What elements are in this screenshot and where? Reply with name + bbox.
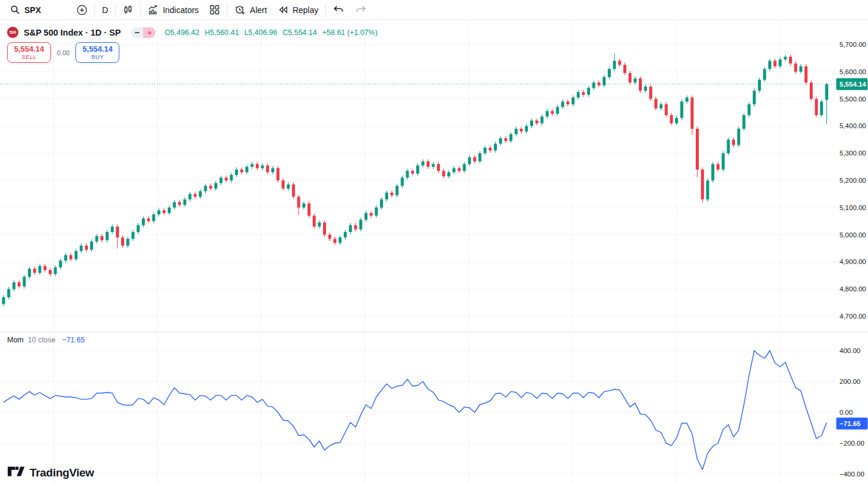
replay-button[interactable]: Replay	[273, 2, 324, 18]
ohlc-readout: O5,496.42 H5,560.41 L5,406.96 C5,554.14 …	[164, 28, 378, 37]
minimize-icon[interactable]	[131, 27, 143, 38]
sell-label: SELL	[21, 53, 36, 61]
price-axis-label: 5,000.00	[840, 231, 866, 239]
redo-button[interactable]	[350, 2, 372, 18]
high-value: H5,560.41	[205, 28, 239, 37]
plus-circle-icon	[77, 5, 87, 15]
tradingview-logo[interactable]: TradingView	[8, 465, 94, 481]
alert-button[interactable]: Alert	[229, 2, 273, 18]
toolbar-separator	[325, 4, 326, 17]
close-value: C5,554.14	[283, 28, 317, 37]
momentum-axis-label: −400.00	[840, 471, 864, 478]
toolbar-separator	[115, 4, 116, 17]
interval-button[interactable]: D	[97, 2, 113, 18]
price-axis-label: 5,300.00	[840, 150, 866, 157]
buy-price: 5,554.14	[83, 45, 113, 53]
trade-panel: 5,554.14 SELL 0.00 5,554.14 BUY	[7, 42, 119, 63]
grid-lines	[0, 20, 836, 483]
undo-arrow-icon	[333, 5, 344, 14]
tradingview-mark-icon	[8, 465, 25, 481]
symbol-info-row: 500 S&P 500 Index · 1D · SP ≈ O5,496.42 …	[7, 27, 378, 38]
market-status-toggle[interactable]: ≈	[131, 27, 156, 38]
indicators-button[interactable]: Indicators	[142, 2, 204, 18]
change-value: +58.61 (+1.07%)	[322, 28, 378, 37]
low-value: L5,406.96	[244, 28, 277, 37]
momentum-axis-label: −200.00	[840, 440, 864, 447]
toolbar-separator	[140, 4, 141, 17]
top-toolbar: SPX D Indicators	[0, 0, 868, 20]
chart-style-button[interactable]	[118, 2, 138, 18]
price-axis-label: 5,100.00	[840, 204, 866, 211]
pane-separator[interactable]	[0, 332, 868, 332]
momentum-axis-label: 400.00	[840, 347, 860, 354]
grid-layout-icon	[210, 5, 220, 15]
indicators-label: Indicators	[163, 5, 199, 15]
candlestick-series	[2, 53, 828, 306]
momentum-value-badge: −71.65	[837, 418, 868, 430]
indicator-name: Mom	[7, 336, 24, 344]
svg-text:5,554.14: 5,554.14	[840, 81, 866, 88]
price-axis[interactable]: 5,700.005,600.005,500.005,400.005,300.00…	[837, 41, 868, 478]
price-axis-label: 4,800.00	[840, 285, 866, 293]
undo-button[interactable]	[328, 2, 350, 18]
price-axis-label: 4,900.00	[840, 258, 866, 265]
alarm-clock-plus-icon	[235, 5, 246, 15]
buy-button[interactable]: 5,554.14 BUY	[75, 42, 119, 63]
price-axis-label: 5,700.00	[840, 41, 866, 48]
approx-price-icon[interactable]: ≈	[143, 27, 156, 38]
toolbar-separator	[227, 4, 227, 17]
svg-text:−71.65: −71.65	[840, 420, 861, 427]
symbol-search-button[interactable]: SPX	[5, 2, 46, 18]
indicators-icon	[148, 5, 159, 15]
sell-price: 5,554.14	[14, 45, 45, 53]
buy-label: BUY	[91, 53, 104, 61]
search-icon	[10, 5, 20, 15]
indicator-params: 10 close	[28, 336, 56, 344]
indicator-value: −71.65	[62, 336, 85, 344]
price-axis-label: 4,700.00	[840, 313, 866, 320]
redo-arrow-icon	[355, 5, 366, 14]
chart-canvas[interactable]: 5,700.005,600.005,500.005,400.005,300.00…	[0, 0, 868, 483]
replay-label: Replay	[293, 5, 319, 15]
tradingview-app: { "toolbar": { "symbol": "SPX", "interva…	[0, 0, 868, 483]
price-axis-label: 5,500.00	[840, 96, 866, 103]
toolbar-separator	[94, 4, 95, 17]
price-axis-label: 5,400.00	[840, 122, 866, 129]
spread-value: 0.00	[57, 49, 69, 56]
open-value: O5,496.42	[164, 28, 199, 37]
momentum-axis-label: 200.00	[840, 378, 860, 385]
price-axis-label: 5,600.00	[840, 68, 866, 75]
alert-label: Alert	[250, 5, 267, 15]
layout-templates-button[interactable]	[204, 2, 225, 18]
sp500-logo: 500	[7, 27, 18, 38]
last-price-badge: 5,554.14	[837, 78, 868, 90]
symbol-ticker: SPX	[24, 5, 41, 15]
indicator-legend[interactable]: Mom 10 close −71.65	[7, 336, 85, 344]
sell-button[interactable]: 5,554.14 SELL	[7, 42, 51, 63]
symbol-title[interactable]: S&P 500 Index · 1D · SP	[24, 28, 121, 37]
momentum-axis-label: 0.00	[840, 409, 853, 416]
compare-add-symbol-button[interactable]	[71, 2, 93, 18]
replay-rewind-icon	[278, 5, 289, 15]
momentum-line	[4, 351, 827, 469]
price-axis-label: 5,200.00	[840, 177, 866, 184]
tradingview-logo-text: TradingView	[30, 466, 94, 479]
candles-style-icon	[123, 5, 133, 15]
interval-label: D	[102, 5, 108, 15]
